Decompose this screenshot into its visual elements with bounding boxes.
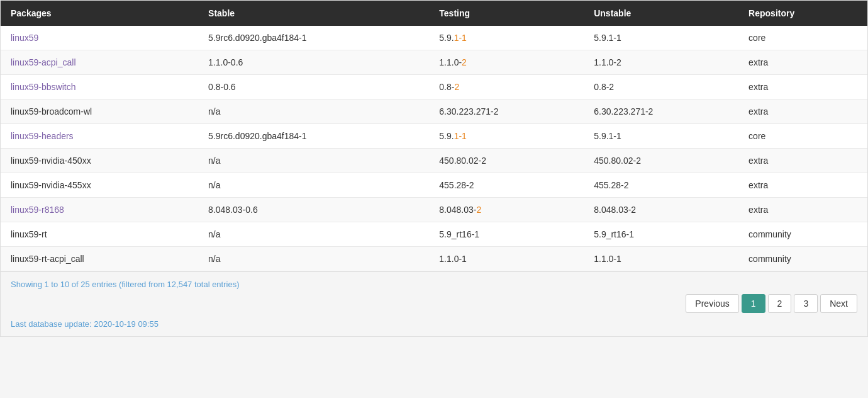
- package-link[interactable]: linux59-headers: [11, 131, 74, 141]
- stable-cell: 8.048.03-0.6: [198, 198, 429, 222]
- package-link[interactable]: linux59-r8168: [11, 205, 64, 215]
- entries-info: Showing 1 to 10 of 25 entries (filtered …: [11, 280, 857, 289]
- next-button[interactable]: Next: [820, 294, 857, 313]
- table-row: linux59-broadcom-wln/a6.30.223.271-26.30…: [1, 100, 867, 124]
- col-unstable: Unstable: [584, 1, 738, 26]
- testing-highlight: 2: [462, 57, 467, 67]
- col-stable: Stable: [198, 1, 429, 26]
- repository-cell: extra: [738, 50, 867, 75]
- testing-cell: 8.048.03-2: [429, 198, 584, 222]
- unstable-cell: 1.1.0-1: [584, 247, 738, 271]
- stable-cell: n/a: [198, 100, 429, 124]
- testing-cell: 5.9_rt16-1: [429, 222, 584, 247]
- unstable-cell: 5.9.1-1: [584, 26, 738, 50]
- table-header-row: Packages Stable Testing Unstable Reposit…: [1, 1, 867, 26]
- stable-cell: n/a: [198, 222, 429, 247]
- unstable-cell: 5.9_rt16-1: [584, 222, 738, 247]
- repository-cell: extra: [738, 149, 867, 173]
- testing-cell: 455.28-2: [429, 173, 584, 198]
- repository-cell: core: [738, 124, 867, 149]
- page-1-button[interactable]: 1: [742, 294, 765, 313]
- testing-cell: 6.30.223.271-2: [429, 100, 584, 124]
- col-packages: Packages: [1, 1, 198, 26]
- package-cell: linux59-r8168: [1, 198, 198, 222]
- repository-cell: core: [738, 26, 867, 50]
- db-update-info: Last database update: 2020-10-19 09:55: [11, 319, 857, 329]
- package-link[interactable]: linux59: [11, 33, 38, 43]
- testing-cell: 1.1.0-1: [429, 247, 584, 271]
- testing-cell: 450.80.02-2: [429, 149, 584, 173]
- package-cell: linux59-rt-acpi_call: [1, 247, 198, 271]
- table-row: linux59-nvidia-455xxn/a455.28-2455.28-2e…: [1, 173, 867, 198]
- unstable-cell: 455.28-2: [584, 173, 738, 198]
- package-cell: linux59-broadcom-wl: [1, 100, 198, 124]
- stable-cell: n/a: [198, 173, 429, 198]
- stable-cell: 5.9rc6.d0920.gba4f184-1: [198, 124, 429, 149]
- package-cell: linux59-acpi_call: [1, 50, 198, 75]
- package-link[interactable]: linux59-bbswitch: [11, 82, 76, 92]
- unstable-cell: 5.9.1-1: [584, 124, 738, 149]
- stable-cell: 0.8-0.6: [198, 75, 429, 100]
- col-repository: Repository: [738, 1, 867, 26]
- repository-cell: extra: [738, 198, 867, 222]
- page-3-button[interactable]: 3: [794, 294, 818, 313]
- package-link[interactable]: linux59-acpi_call: [11, 57, 76, 67]
- page-2-button[interactable]: 2: [768, 294, 792, 313]
- stable-cell: 1.1.0-0.6: [198, 50, 429, 75]
- testing-highlight: 2: [476, 205, 481, 215]
- package-cell: linux59-nvidia-450xx: [1, 149, 198, 173]
- table-row: linux59-rtn/a5.9_rt16-15.9_rt16-1communi…: [1, 222, 867, 247]
- package-cell: linux59-headers: [1, 124, 198, 149]
- packages-table: Packages Stable Testing Unstable Reposit…: [1, 1, 867, 271]
- package-cell: linux59-nvidia-455xx: [1, 173, 198, 198]
- testing-cell: 1.1.0-2: [429, 50, 584, 75]
- unstable-cell: 8.048.03-2: [584, 198, 738, 222]
- testing-highlight: 2: [454, 82, 459, 92]
- testing-cell: 5.9.1-1: [429, 124, 584, 149]
- table-row: linux59-r81688.048.03-0.68.048.03-28.048…: [1, 198, 867, 222]
- testing-cell: 0.8-2: [429, 75, 584, 100]
- unstable-cell: 450.80.02-2: [584, 149, 738, 173]
- unstable-cell: 6.30.223.271-2: [584, 100, 738, 124]
- repository-cell: community: [738, 247, 867, 271]
- table-row: linux59-headers5.9rc6.d0920.gba4f184-15.…: [1, 124, 867, 149]
- main-container: Packages Stable Testing Unstable Reposit…: [0, 0, 868, 337]
- package-cell: linux59-rt: [1, 222, 198, 247]
- stable-cell: 5.9rc6.d0920.gba4f184-1: [198, 26, 429, 50]
- repository-cell: community: [738, 222, 867, 247]
- stable-cell: n/a: [198, 247, 429, 271]
- package-cell: linux59-bbswitch: [1, 75, 198, 100]
- table-row: linux59-rt-acpi_calln/a1.1.0-11.1.0-1com…: [1, 247, 867, 271]
- unstable-cell: 0.8-2: [584, 75, 738, 100]
- stable-cell: n/a: [198, 149, 429, 173]
- testing-highlight: 1-1: [454, 131, 467, 141]
- testing-highlight: 1-1: [454, 33, 467, 43]
- repository-cell: extra: [738, 75, 867, 100]
- previous-button[interactable]: Previous: [686, 294, 738, 313]
- table-row: linux59-nvidia-450xxn/a450.80.02-2450.80…: [1, 149, 867, 173]
- package-cell: linux59: [1, 26, 198, 50]
- pagination: Previous 1 2 3 Next: [11, 294, 857, 313]
- col-testing: Testing: [429, 1, 584, 26]
- unstable-cell: 1.1.0-2: [584, 50, 738, 75]
- table-row: linux595.9rc6.d0920.gba4f184-15.9.1-15.9…: [1, 26, 867, 50]
- repository-cell: extra: [738, 100, 867, 124]
- testing-cell: 5.9.1-1: [429, 26, 584, 50]
- table-row: linux59-bbswitch0.8-0.60.8-20.8-2extra: [1, 75, 867, 100]
- table-row: linux59-acpi_call1.1.0-0.61.1.0-21.1.0-2…: [1, 50, 867, 75]
- table-footer: Showing 1 to 10 of 25 entries (filtered …: [1, 271, 867, 336]
- repository-cell: extra: [738, 173, 867, 198]
